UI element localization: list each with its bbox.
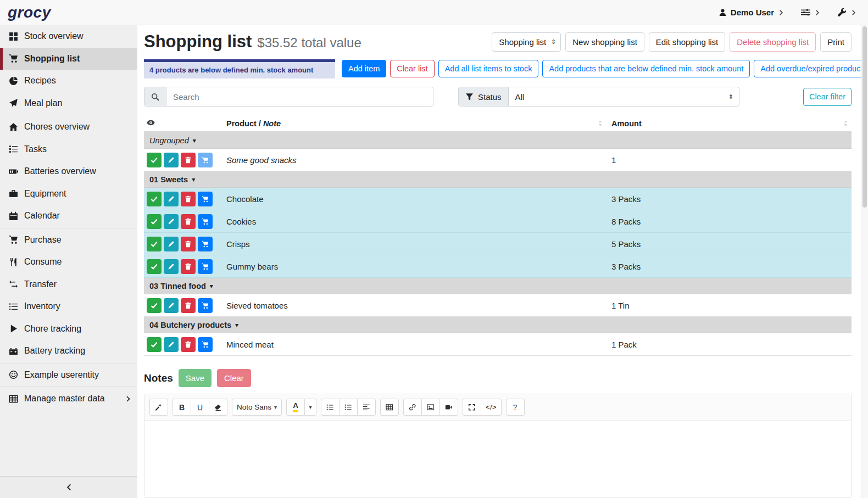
- delete-item-button[interactable]: [181, 259, 196, 274]
- eye-icon[interactable]: [147, 119, 155, 127]
- purchase-item-button[interactable]: [198, 259, 213, 274]
- sidebar-item-shopping-list[interactable]: Shopping list: [0, 48, 137, 70]
- edit-item-button[interactable]: [164, 214, 179, 229]
- sidebar-item-inventory[interactable]: Inventory: [0, 295, 137, 318]
- text-color-button[interactable]: A: [286, 399, 305, 416]
- sort-icon[interactable]: [842, 120, 849, 127]
- unordered-list-button[interactable]: [321, 399, 340, 416]
- edit-item-button[interactable]: [164, 298, 179, 313]
- item-amount: 8 Packs: [611, 217, 852, 226]
- sidebar-item-consume[interactable]: Consume: [0, 251, 137, 273]
- group-header-butchery-products[interactable]: 04 Butchery products ▾: [144, 317, 852, 333]
- mark-done-button[interactable]: [147, 192, 162, 206]
- sidebar-item-purchase[interactable]: Purchase: [0, 229, 137, 251]
- sidebar-item-chores-overview[interactable]: Chores overview: [0, 116, 137, 138]
- mark-done-button[interactable]: [147, 298, 162, 313]
- sidebar-item-calendar[interactable]: Calendar: [0, 205, 137, 227]
- search-input[interactable]: [166, 87, 433, 106]
- insert-video-button[interactable]: [439, 399, 458, 416]
- delete-item-button[interactable]: [181, 337, 196, 352]
- sidebar-item-meal-plan[interactable]: Meal plan: [0, 92, 137, 115]
- sidebar-item-batteries-overview[interactable]: Batteries overview: [0, 160, 137, 183]
- sort-icon[interactable]: [597, 120, 604, 127]
- sidebar-item-tasks[interactable]: Tasks: [0, 138, 137, 161]
- help-button[interactable]: ?: [506, 399, 525, 416]
- delete-shopping-list-button[interactable]: Delete shopping list: [730, 32, 816, 52]
- below-min-stock-banner[interactable]: 4 products are below defined min. stock …: [144, 59, 335, 79]
- sidebar-item-chore-tracking[interactable]: Chore tracking: [0, 318, 137, 340]
- purchase-item-button[interactable]: [198, 214, 213, 229]
- add-overdue-button[interactable]: Add overdue/expired products: [754, 60, 868, 77]
- paragraph-align-button[interactable]: [357, 399, 376, 416]
- notes-textarea[interactable]: [144, 421, 851, 497]
- edit-shopping-list-button[interactable]: Edit shopping list: [649, 32, 725, 52]
- text-color-dropdown[interactable]: ▾: [304, 399, 316, 416]
- insert-link-button[interactable]: [403, 399, 422, 416]
- ordered-list-button[interactable]: [339, 399, 358, 416]
- page-scrollbar[interactable]: [861, 25, 868, 498]
- delete-item-button[interactable]: [181, 153, 196, 167]
- sidebar-item-example-userentity[interactable]: Example userentity: [0, 364, 137, 387]
- clear-formatting-button[interactable]: [209, 399, 227, 416]
- sidebar-item-transfer[interactable]: Transfer: [0, 273, 137, 296]
- edit-item-button[interactable]: [164, 259, 179, 274]
- purchase-item-button[interactable]: [198, 298, 213, 313]
- purchase-item-button[interactable]: [198, 337, 213, 352]
- notes-save-button[interactable]: Save: [179, 369, 212, 387]
- mark-done-button[interactable]: [147, 153, 162, 167]
- grocy-logo[interactable]: grocy: [8, 4, 51, 21]
- admin-menu[interactable]: [837, 8, 857, 17]
- magic-style-button[interactable]: [149, 399, 168, 416]
- add-below-min-stock-button[interactable]: Add products that are below defined min.…: [542, 60, 750, 77]
- shopping-list-selector[interactable]: Shopping list ⇕: [492, 32, 561, 52]
- product-column-header[interactable]: Product / Note: [226, 119, 611, 128]
- sidebar-item-equipment[interactable]: Equipment: [0, 183, 137, 205]
- new-shopping-list-button[interactable]: New shopping list: [565, 32, 644, 52]
- sidebar-item-battery-tracking[interactable]: Battery tracking: [0, 340, 137, 362]
- insert-table-button[interactable]: [380, 399, 399, 416]
- eraser-icon: [214, 404, 222, 411]
- group-header-sweets[interactable]: 01 Sweets ▾: [144, 171, 852, 188]
- group-header-ungrouped[interactable]: Ungrouped ▾: [144, 132, 852, 149]
- edit-item-button[interactable]: [164, 237, 179, 251]
- print-button[interactable]: Print: [820, 32, 852, 52]
- mark-done-button[interactable]: [147, 237, 162, 251]
- code-view-button[interactable]: </>: [481, 399, 502, 416]
- delete-item-button[interactable]: [181, 298, 196, 313]
- mark-done-button[interactable]: [147, 337, 162, 352]
- chevron-right-icon: [778, 9, 784, 16]
- fullscreen-button[interactable]: [463, 399, 481, 416]
- mark-done-button[interactable]: [147, 259, 162, 274]
- delete-item-button[interactable]: [181, 192, 196, 206]
- purchase-item-button[interactable]: [198, 153, 213, 167]
- scrollbar-thumb[interactable]: [863, 26, 867, 208]
- font-family-dropdown[interactable]: Noto Sans▾: [232, 399, 282, 416]
- topbar: grocy Demo User: [0, 0, 868, 25]
- mark-done-button[interactable]: [147, 214, 162, 229]
- delete-item-button[interactable]: [181, 237, 196, 251]
- edit-item-button[interactable]: [164, 153, 179, 167]
- clear-filter-button[interactable]: Clear filter: [803, 88, 852, 106]
- bold-button[interactable]: B: [173, 399, 191, 416]
- insert-picture-button[interactable]: [421, 399, 440, 416]
- sidebar-item-manage-master-data[interactable]: Manage master data: [0, 388, 137, 410]
- add-item-button[interactable]: Add item: [342, 60, 386, 77]
- edit-item-button[interactable]: [164, 192, 179, 206]
- user-menu[interactable]: Demo User: [719, 8, 784, 17]
- purchase-item-button[interactable]: [198, 237, 213, 251]
- add-all-to-stock-button[interactable]: Add all list items to stock: [438, 60, 539, 77]
- settings-menu[interactable]: [801, 8, 821, 17]
- sidebar-item-label: Manage master data: [24, 394, 105, 404]
- underline-button[interactable]: U: [191, 399, 209, 416]
- sidebar-item-recipes[interactable]: Recipes: [0, 70, 137, 92]
- clear-list-button[interactable]: Clear list: [390, 60, 434, 77]
- purchase-item-button[interactable]: [198, 192, 213, 206]
- delete-item-button[interactable]: [181, 214, 196, 229]
- group-header-tinned-food[interactable]: 03 Tinned food ▾: [144, 278, 852, 294]
- edit-item-button[interactable]: [164, 337, 179, 352]
- status-select[interactable]: All ⇕: [509, 87, 739, 106]
- sidebar-item-stock-overview[interactable]: Stock overview: [0, 25, 137, 48]
- notes-clear-button[interactable]: Clear: [217, 369, 251, 387]
- amount-column-header[interactable]: Amount: [611, 119, 852, 128]
- sidebar-collapse-button[interactable]: [0, 476, 137, 498]
